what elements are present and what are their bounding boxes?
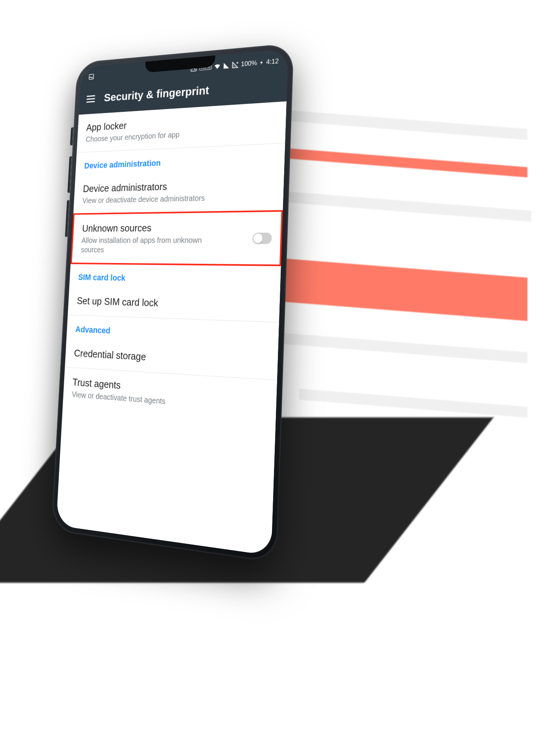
screen: VoLTE 100% 4:12 (56, 49, 288, 556)
row-title: Device administrators (83, 178, 274, 195)
signal-2-nosim-icon (232, 61, 239, 69)
svg-rect-0 (89, 74, 94, 79)
unknown-sources-toggle[interactable] (252, 232, 272, 244)
screenshot-notif-icon (88, 73, 94, 80)
row-glow (299, 389, 527, 418)
phone-frame: VoLTE 100% 4:12 (51, 43, 294, 563)
wifi-icon (214, 62, 221, 70)
row-glow (283, 333, 527, 363)
row-glow (260, 189, 531, 222)
highlight-glow (276, 258, 527, 321)
charging-icon (259, 59, 264, 67)
row-subtitle: View or deactivate device administrators (82, 193, 229, 205)
battery-percent: 100% (241, 59, 257, 68)
toggle-knob (253, 233, 263, 243)
volume-up-button (67, 156, 72, 193)
menu-icon[interactable] (86, 93, 95, 104)
row-trust-agents[interactable]: Trust agents View or deactivate trust ag… (63, 367, 277, 424)
row-title: Unknown sources (82, 221, 271, 234)
page-title: Security & fingerprint (104, 84, 209, 104)
row-device-administrators[interactable]: Device administrators View or deactivate… (73, 168, 284, 214)
side-button (70, 127, 74, 145)
volume-down-button (65, 200, 70, 237)
clock: 4:12 (266, 57, 279, 67)
highlight-glow (252, 145, 527, 177)
settings-list[interactable]: App locker Choose your encryption for ap… (56, 101, 287, 556)
row-title: Credential storage (74, 347, 268, 370)
row-unknown-sources[interactable]: Unknown sources Allow installation of ap… (70, 210, 283, 267)
row-glow (252, 107, 527, 140)
signal-1-icon (223, 62, 230, 69)
row-title: Set up SIM card lock (77, 295, 270, 313)
row-subtitle: View or deactivate trust agents (72, 389, 220, 411)
row-subtitle: Allow installation of apps from unknown … (81, 235, 226, 255)
